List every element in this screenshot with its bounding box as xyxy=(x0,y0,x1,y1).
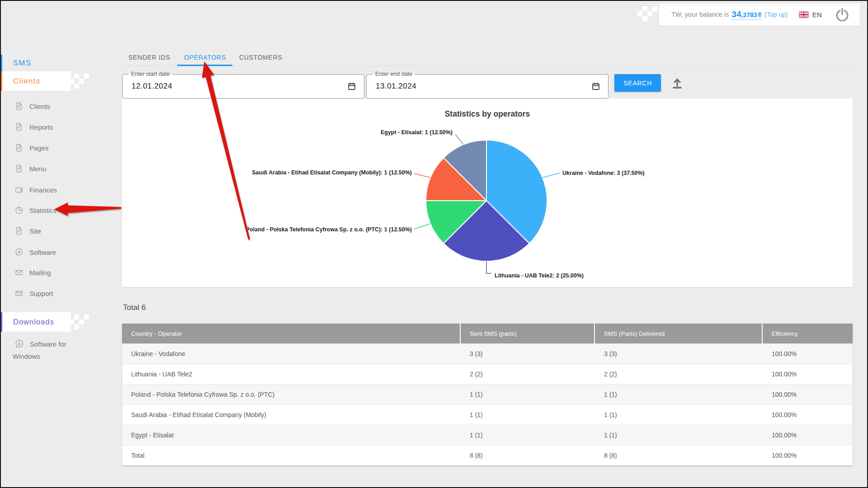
table-row: Poland - Polska Telefonia Cyfrowa Sp. z … xyxy=(122,384,853,404)
table-row: Total8 (8)8 (8)100.00% xyxy=(122,445,853,465)
table-row: Lithuania - UAB Tele22 (2)2 (2)100.00% xyxy=(122,364,853,384)
table-cell: 8 (8) xyxy=(461,446,595,465)
sidebar-item-label: Pages xyxy=(29,144,49,152)
sidebar-item-label: Menu xyxy=(29,165,47,173)
pie-label-lithuania: Lithuania - UAB Tele2: 2 (25.00%) xyxy=(495,272,584,279)
section-accent-bar xyxy=(0,55,2,71)
table-cell: 3 (3) xyxy=(461,344,595,364)
table-cell: Egypt - Etisalat xyxy=(122,425,461,445)
top-up-link[interactable]: (Top up) xyxy=(764,11,788,18)
calendar-icon[interactable] xyxy=(347,82,356,91)
download-bubble-icon xyxy=(14,339,24,349)
red-arrow-statistics xyxy=(54,202,121,216)
wallet-icon xyxy=(14,185,24,194)
document-icon xyxy=(14,226,24,235)
leader-line-ukraine xyxy=(542,173,560,178)
download-bubble-icon xyxy=(14,248,24,257)
table-cell: 1 (1) xyxy=(461,405,595,425)
search-button[interactable]: SEARCH xyxy=(614,74,661,92)
tab-operators[interactable]: OPERATORS xyxy=(184,50,226,65)
sidebar-item-software-for-windows[interactable]: Software for Windows xyxy=(13,338,86,362)
table-cell: 100.00% xyxy=(763,446,853,465)
sidebar-item-mailing[interactable]: Mailing xyxy=(14,267,51,278)
sidebar-item-reports[interactable]: Reports xyxy=(14,121,53,133)
table-cell: 100.00% xyxy=(763,385,853,404)
balance-value[interactable]: 34,3783₴ xyxy=(731,9,761,20)
section-accent-bar xyxy=(0,312,2,332)
document-icon xyxy=(14,143,24,152)
column-header-efficiency: Efficiency xyxy=(763,324,853,343)
sidebar-item-label: Mailing xyxy=(29,269,51,277)
column-header-delivered: SMS (Parts) Delivered xyxy=(595,324,763,343)
table-cell: 1 (1) xyxy=(595,405,763,425)
sidebar-item-finances[interactable]: Finances xyxy=(14,184,57,196)
column-header-country-operator: Country - Operator xyxy=(122,324,461,343)
sidebar-item-label: Support xyxy=(29,290,53,297)
sidebar-item-site[interactable]: Site xyxy=(14,225,41,237)
section-label: Downloads xyxy=(13,318,54,326)
sidebar-section-sms[interactable]: SMS xyxy=(0,55,71,71)
total-heading: Total 6 xyxy=(123,303,146,312)
sidebar-item-label: Site xyxy=(29,227,41,235)
start-date-field[interactable]: Enter start date 12.01.2024 xyxy=(122,74,364,99)
sidebar-item-software[interactable]: Software xyxy=(14,246,56,258)
pie-chart-icon xyxy=(14,206,24,215)
pixel-decor xyxy=(69,314,91,329)
logout-power-icon[interactable] xyxy=(835,8,849,21)
table-cell: Saudi Arabia - Etihad Etisalat Company (… xyxy=(122,405,461,425)
pie-svg xyxy=(122,99,853,287)
balance-frac: ,3783 xyxy=(741,11,757,19)
sidebar-item-label: Reports xyxy=(29,123,53,131)
topbar: TW, your balance is 34,3783₴ (Top up) EN xyxy=(659,4,860,25)
sidebar-item-label: Software xyxy=(29,249,56,256)
sidebar-item-menu[interactable]: Menu xyxy=(14,163,47,174)
table-cell: 8 (8) xyxy=(595,446,763,465)
table-cell: 1 (1) xyxy=(595,385,763,404)
language-switcher[interactable]: EN xyxy=(799,11,822,19)
start-date-value[interactable]: 12.01.2024 xyxy=(132,82,172,91)
sidebar-item-pages[interactable]: Pages xyxy=(14,142,49,154)
sidebar-section-clients[interactable]: Clients xyxy=(0,71,71,91)
stats-table-body: Ukraine - Vodafone3 (3)3 (3)100.00%Lithu… xyxy=(122,343,853,465)
table-cell: 1 (1) xyxy=(461,385,595,404)
end-date-field[interactable]: Enter end date 13.01.2024 xyxy=(366,74,609,99)
document-icon xyxy=(14,164,24,173)
upload-icon[interactable] xyxy=(671,76,684,89)
sidebar-item-statistics[interactable]: Statistics xyxy=(14,204,57,216)
table-cell: Poland - Polska Telefonia Cyfrowa Sp. z … xyxy=(122,385,461,404)
pixel-decor xyxy=(69,73,91,89)
uk-flag-icon xyxy=(799,11,809,18)
sidebar-item-clients[interactable]: Clients xyxy=(14,100,50,112)
document-icon xyxy=(14,122,24,131)
start-date-label: Enter start date xyxy=(128,70,172,78)
chart-card: Statistics by operators Egypt - Etisalat… xyxy=(122,99,853,287)
stats-table: Country - Operator Sent SMS (parts) SMS … xyxy=(122,324,853,465)
balance-label: TW, your balance is xyxy=(671,11,729,18)
pie-label-poland: Poland - Polska Telefonia Cyfrowa Sp. z … xyxy=(246,226,412,233)
pie-label-saudi: Saudi Arabia - Etihad Etisalat Company (… xyxy=(252,169,412,176)
calendar-icon[interactable] xyxy=(591,82,600,91)
sidebar-section-downloads[interactable]: Downloads xyxy=(0,312,71,332)
tab-sender-ids[interactable]: SENDER IDS xyxy=(128,50,170,65)
document-icon xyxy=(14,102,24,111)
table-cell: 100.00% xyxy=(763,344,853,364)
table-cell: 100.00% xyxy=(763,405,853,425)
table-cell: 100.00% xyxy=(763,425,853,445)
end-date-value[interactable]: 13.01.2024 xyxy=(376,82,416,91)
table-cell: 1 (1) xyxy=(461,425,595,445)
sidebar-item-support[interactable]: Support xyxy=(14,287,53,299)
pixel-decor xyxy=(637,6,659,21)
envelope-icon xyxy=(14,289,24,298)
table-row: Egypt - Etisalat1 (1)1 (1)100.00% xyxy=(122,425,853,445)
column-header-sent-sms: Sent SMS (parts) xyxy=(461,324,595,343)
sidebar-item-label: Statistics xyxy=(29,206,57,214)
table-row: Ukraine - Vodafone3 (3)3 (3)100.00% xyxy=(122,343,853,364)
table-cell: 1 (1) xyxy=(595,425,763,445)
tabs-divider xyxy=(122,66,853,66)
table-cell: Ukraine - Vodafone xyxy=(122,344,461,364)
pie-label-ukraine: Ukraine - Vodafone: 3 (37.50%) xyxy=(562,169,645,177)
tab-customers[interactable]: CUSTOMERS xyxy=(239,50,283,65)
table-cell: Total xyxy=(122,446,461,465)
sidebar-item-label: Finances xyxy=(29,186,57,194)
envelope-icon xyxy=(14,268,24,277)
